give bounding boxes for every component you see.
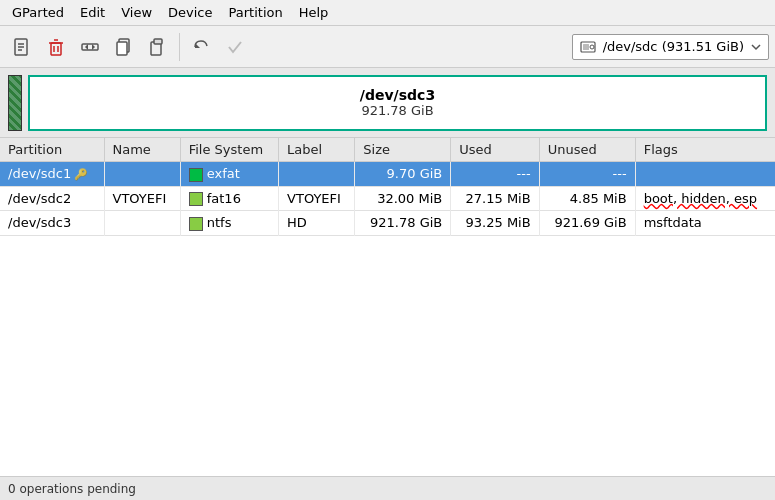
- cell-name: VTOYEFI: [104, 186, 180, 211]
- svg-rect-13: [117, 42, 127, 55]
- main-content: Partition Name File System Label Size Us…: [0, 138, 775, 476]
- table-header-row: Partition Name File System Label Size Us…: [0, 138, 775, 162]
- svg-rect-18: [583, 44, 589, 50]
- cell-flags: [635, 162, 775, 187]
- disk-stripe: [8, 75, 22, 131]
- disk-visual: /dev/sdc3 921.78 GiB: [0, 68, 775, 138]
- undo-button[interactable]: [185, 31, 217, 63]
- drive-icon: [579, 38, 597, 56]
- col-used: Used: [451, 138, 539, 162]
- cell-size: 9.70 GiB: [355, 162, 451, 187]
- cell-unused: 4.85 MiB: [539, 186, 635, 211]
- col-label: Label: [279, 138, 355, 162]
- new-button[interactable]: [6, 31, 38, 63]
- col-partition: Partition: [0, 138, 104, 162]
- cell-label: VTOYEFI: [279, 186, 355, 211]
- cell-size: 32.00 MiB: [355, 186, 451, 211]
- menu-device[interactable]: Device: [160, 3, 220, 22]
- paste-button[interactable]: [142, 31, 174, 63]
- key-icon: 🔑: [74, 168, 88, 181]
- chevron-down-icon: [750, 41, 762, 53]
- svg-rect-9: [82, 44, 98, 50]
- svg-rect-4: [51, 43, 61, 55]
- device-selector[interactable]: /dev/sdc (931.51 GiB): [572, 34, 769, 60]
- fs-color-indicator: [189, 217, 203, 231]
- cell-label: HD: [279, 211, 355, 236]
- cell-unused: 921.69 GiB: [539, 211, 635, 236]
- menubar: GParted Edit View Device Partition Help: [0, 0, 775, 26]
- toolbar-separator-1: [179, 33, 180, 61]
- cell-partition: /dev/sdc1🔑: [0, 162, 104, 187]
- fs-color-indicator: [189, 168, 203, 182]
- cell-flags: msftdata: [635, 211, 775, 236]
- statusbar: 0 operations pending: [0, 476, 775, 500]
- menu-partition[interactable]: Partition: [221, 3, 291, 22]
- status-text: 0 operations pending: [8, 482, 136, 496]
- flags-text: boot, hidden, esp: [644, 191, 757, 206]
- table-row[interactable]: /dev/sdc3ntfsHD921.78 GiB93.25 MiB921.69…: [0, 211, 775, 236]
- svg-marker-11: [92, 44, 95, 50]
- cell-used: ---: [451, 162, 539, 187]
- cell-name: [104, 162, 180, 187]
- cell-flags: boot, hidden, esp: [635, 186, 775, 211]
- cell-label: [279, 162, 355, 187]
- svg-rect-15: [154, 39, 162, 44]
- menu-help[interactable]: Help: [291, 3, 337, 22]
- partition-table: Partition Name File System Label Size Us…: [0, 138, 775, 236]
- svg-marker-10: [85, 44, 88, 50]
- cell-partition: /dev/sdc3: [0, 211, 104, 236]
- copy-button[interactable]: [108, 31, 140, 63]
- menu-edit[interactable]: Edit: [72, 3, 113, 22]
- cell-partition: /dev/sdc2: [0, 186, 104, 211]
- col-size: Size: [355, 138, 451, 162]
- resize-button[interactable]: [74, 31, 106, 63]
- table-body: /dev/sdc1🔑exfat9.70 GiB------/dev/sdc2VT…: [0, 162, 775, 236]
- disk-partition-name: /dev/sdc3: [360, 87, 435, 103]
- disk-partition-bar[interactable]: /dev/sdc3 921.78 GiB: [28, 75, 767, 131]
- toolbar: /dev/sdc (931.51 GiB): [0, 26, 775, 68]
- cell-name: [104, 211, 180, 236]
- svg-point-19: [590, 45, 594, 49]
- delete-button[interactable]: [40, 31, 72, 63]
- menu-gparted[interactable]: GParted: [4, 3, 72, 22]
- fs-color-indicator: [189, 192, 203, 206]
- table-row[interactable]: /dev/sdc2VTOYEFIfat16VTOYEFI32.00 MiB27.…: [0, 186, 775, 211]
- col-flags: Flags: [635, 138, 775, 162]
- cell-filesystem: fat16: [180, 186, 278, 211]
- cell-used: 93.25 MiB: [451, 211, 539, 236]
- cell-filesystem: ntfs: [180, 211, 278, 236]
- menu-view[interactable]: View: [113, 3, 160, 22]
- disk-partition-size: 921.78 GiB: [361, 103, 433, 118]
- cell-size: 921.78 GiB: [355, 211, 451, 236]
- col-name: Name: [104, 138, 180, 162]
- table-row[interactable]: /dev/sdc1🔑exfat9.70 GiB------: [0, 162, 775, 187]
- svg-marker-16: [195, 43, 200, 48]
- cell-filesystem: exfat: [180, 162, 278, 187]
- col-filesystem: File System: [180, 138, 278, 162]
- apply-button[interactable]: [219, 31, 251, 63]
- device-label: /dev/sdc (931.51 GiB): [603, 39, 744, 54]
- cell-used: 27.15 MiB: [451, 186, 539, 211]
- col-unused: Unused: [539, 138, 635, 162]
- cell-unused: ---: [539, 162, 635, 187]
